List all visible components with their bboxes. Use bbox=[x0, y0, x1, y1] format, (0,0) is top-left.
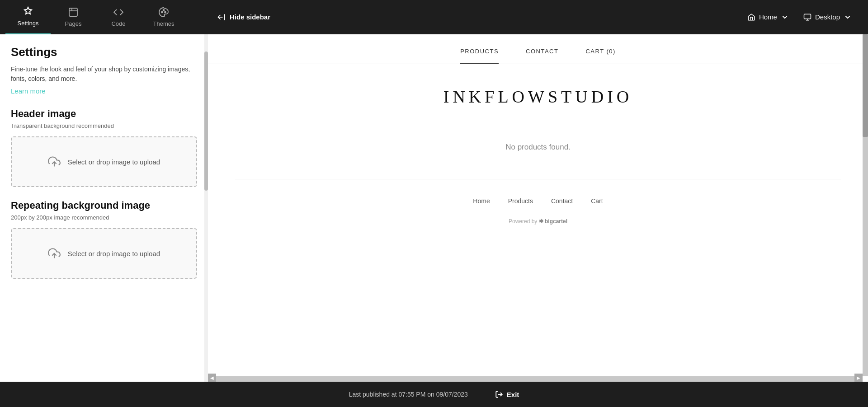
chevron-down-icon bbox=[781, 13, 789, 21]
nav-code-label: Code bbox=[111, 20, 125, 27]
preview-no-products-text: No products found. bbox=[208, 125, 868, 170]
preview-nav-contact[interactable]: CONTACT bbox=[526, 48, 558, 64]
upload-icon-2 bbox=[48, 247, 61, 260]
bottom-bar: Last published at 07:55 PM on 09/07/2023… bbox=[0, 382, 868, 407]
header-image-subtitle: Transparent background recommended bbox=[11, 122, 197, 129]
preview-footer-nav: Home Products Contact Cart bbox=[208, 188, 868, 214]
hide-sidebar-button[interactable]: Hide sidebar bbox=[217, 13, 270, 22]
svg-rect-0 bbox=[69, 8, 77, 16]
main-area: Settings Fine-tune the look and feel of … bbox=[0, 34, 868, 382]
repeating-bg-title: Repeating background image bbox=[11, 200, 197, 211]
home-dropdown-button[interactable]: Home bbox=[740, 9, 796, 25]
header-image-upload-box[interactable]: Select or drop image to upload bbox=[11, 136, 197, 187]
svg-point-5 bbox=[165, 12, 166, 13]
collapse-left-button[interactable]: ◀ bbox=[208, 374, 216, 382]
top-bar: Settings Pages Code bbox=[0, 0, 868, 34]
preview-nav-cart[interactable]: CART (0) bbox=[585, 48, 615, 64]
preview-footer-divider bbox=[235, 179, 841, 179]
home-label: Home bbox=[759, 13, 777, 21]
top-bar-right: Home Desktop bbox=[740, 9, 868, 25]
top-bar-center: Hide sidebar bbox=[208, 13, 740, 22]
repeating-bg-upload-box[interactable]: Select or drop image to upload bbox=[11, 228, 197, 279]
published-text: Last published at 07:55 PM on 09/07/2023 bbox=[349, 391, 468, 398]
nav-item-code[interactable]: Code bbox=[96, 0, 141, 34]
website-preview: PRODUCTS CONTACT CART (0) INKFLOWSTUDIO … bbox=[208, 34, 868, 382]
sidebar-content: Settings Fine-tune the look and feel of … bbox=[0, 34, 208, 382]
top-bar-left: Settings Pages Code bbox=[0, 0, 208, 34]
exit-label: Exit bbox=[507, 391, 519, 398]
sidebar: Settings Fine-tune the look and feel of … bbox=[0, 34, 208, 382]
upload-icon bbox=[48, 155, 61, 168]
nav-item-themes[interactable]: Themes bbox=[141, 0, 186, 34]
preview-scroll-vertical[interactable] bbox=[863, 34, 868, 376]
header-image-upload-text: Select or drop image to upload bbox=[68, 158, 160, 166]
desktop-label: Desktop bbox=[815, 13, 840, 21]
svg-rect-8 bbox=[804, 14, 811, 19]
sidebar-scrollbar[interactable] bbox=[204, 34, 208, 382]
settings-description: Fine-tune the look and feel of your shop… bbox=[11, 65, 197, 84]
footer-nav-contact[interactable]: Contact bbox=[551, 197, 573, 205]
preview-scroll-horizontal[interactable] bbox=[208, 376, 863, 382]
settings-heading: Settings bbox=[11, 45, 197, 59]
svg-point-3 bbox=[161, 12, 163, 13]
preview-logo: INKFLOWSTUDIO bbox=[208, 64, 868, 125]
svg-point-4 bbox=[163, 9, 165, 11]
sidebar-scrollbar-thumb bbox=[204, 51, 208, 191]
chevron-down-icon-desktop bbox=[844, 13, 852, 21]
preview-powered-by: Powered by ✱ bigcartel bbox=[208, 214, 868, 229]
header-image-title: Header image bbox=[11, 108, 197, 120]
nav-settings-label: Settings bbox=[18, 20, 39, 27]
desktop-dropdown-button[interactable]: Desktop bbox=[796, 9, 859, 25]
hide-sidebar-label: Hide sidebar bbox=[230, 13, 270, 21]
footer-nav-products[interactable]: Products bbox=[508, 197, 533, 205]
nav-item-settings[interactable]: Settings bbox=[5, 0, 51, 34]
exit-button[interactable]: Exit bbox=[495, 390, 519, 398]
repeating-bg-upload-text: Select or drop image to upload bbox=[68, 250, 160, 257]
preview-nav-products[interactable]: PRODUCTS bbox=[460, 48, 499, 64]
nav-item-pages[interactable]: Pages bbox=[51, 0, 96, 34]
preview-area: ◀ ▶ PRODUCTS CONTACT CART (0) INKFLOWSTU… bbox=[208, 34, 868, 382]
footer-nav-home[interactable]: Home bbox=[473, 197, 490, 205]
preview-nav: PRODUCTS CONTACT CART (0) bbox=[208, 34, 868, 64]
nav-themes-label: Themes bbox=[153, 20, 175, 27]
preview-scroll-vertical-thumb bbox=[863, 34, 868, 137]
learn-more-link[interactable]: Learn more bbox=[11, 87, 46, 95]
footer-nav-cart[interactable]: Cart bbox=[591, 197, 603, 205]
repeating-bg-subtitle: 200px by 200px image recommended bbox=[11, 214, 197, 221]
collapse-right-button[interactable]: ▶ bbox=[854, 374, 863, 382]
exit-icon bbox=[495, 390, 503, 398]
nav-pages-label: Pages bbox=[65, 20, 82, 27]
